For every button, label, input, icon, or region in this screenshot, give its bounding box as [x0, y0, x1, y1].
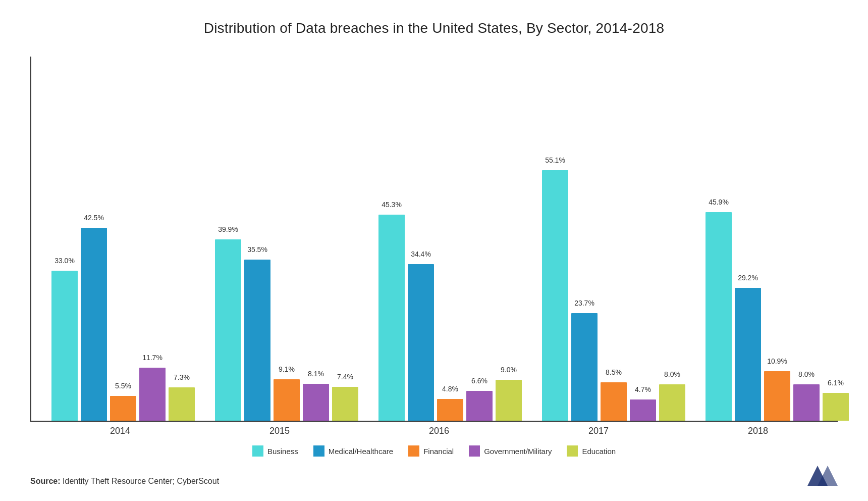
bar-financial-2015: 9.1%: [274, 379, 300, 421]
bar-label-government-2016: 6.6%: [471, 377, 487, 385]
legend-item-financial: Financial: [408, 445, 454, 457]
bar-rect-government-2017: [630, 399, 656, 421]
year-group-2014: 33.0%42.5%5.5%11.7%7.3%: [41, 228, 205, 421]
bar-label-financial-2017: 8.5%: [606, 368, 622, 376]
year-group-2016: 45.3%34.4%4.8%6.6%9.0%: [368, 215, 532, 421]
chart-title: Distribution of Data breaches in the Uni…: [30, 20, 838, 36]
bar-label-medical-2015: 35.5%: [247, 245, 267, 254]
x-label-2016: 2016: [359, 426, 519, 436]
bar-label-education-2015: 7.4%: [337, 373, 353, 381]
logo: [807, 466, 838, 486]
bar-rect-education-2017: [659, 384, 685, 421]
bar-label-government-2017: 4.7%: [635, 385, 651, 393]
bar-label-financial-2014: 5.5%: [115, 382, 131, 390]
bar-label-education-2018: 6.1%: [828, 379, 844, 387]
legend-item-medical: Medical/Healthcare: [313, 445, 393, 457]
bar-education-2017: 8.0%: [659, 384, 685, 421]
bar-label-business-2017: 55.1%: [545, 156, 565, 164]
legend-item-government: Government/Military: [469, 445, 552, 457]
legend-color-government: [469, 445, 480, 457]
legend-label-medical: Medical/Healthcare: [329, 447, 393, 456]
footer: Source: Identity Theft Resource Center; …: [30, 466, 838, 486]
bar-rect-government-2018: [793, 384, 820, 421]
bar-label-business-2015: 39.9%: [218, 225, 238, 233]
bar-business-2014: 33.0%: [51, 271, 78, 421]
year-group-2015: 39.9%35.5%9.1%8.1%7.4%: [205, 239, 368, 421]
bar-label-business-2018: 45.9%: [709, 198, 729, 206]
bar-label-education-2016: 9.0%: [501, 366, 517, 374]
bar-rect-education-2016: [496, 380, 522, 421]
bar-education-2016: 9.0%: [496, 380, 522, 421]
bar-government-2017: 4.7%: [630, 399, 656, 421]
legend-color-financial: [408, 445, 419, 457]
bar-medical-2018: 29.2%: [735, 288, 761, 421]
bar-label-medical-2018: 29.2%: [738, 274, 758, 282]
bar-rect-business-2018: [706, 212, 732, 421]
bar-financial-2016: 4.8%: [437, 399, 463, 421]
source-text: Source: Identity Theft Resource Center; …: [30, 477, 219, 486]
legend-label-financial: Financial: [423, 447, 454, 456]
bar-label-business-2014: 33.0%: [55, 257, 75, 265]
legend-item-education: Education: [567, 445, 616, 457]
bar-rect-financial-2014: [110, 396, 136, 421]
bar-rect-business-2014: [51, 271, 78, 421]
brand-logo: [807, 466, 838, 486]
bar-label-medical-2014: 42.5%: [84, 214, 104, 222]
legend-color-medical: [313, 445, 324, 457]
bars-container: 33.0%42.5%5.5%11.7%7.3%39.9%35.5%9.1%8.1…: [30, 57, 838, 422]
bar-rect-education-2014: [169, 387, 195, 421]
bar-rect-government-2015: [303, 384, 329, 421]
bar-rect-government-2016: [466, 391, 493, 421]
legend-label-education: Education: [582, 447, 616, 456]
bar-rect-education-2018: [823, 393, 849, 421]
bar-rect-education-2015: [332, 387, 358, 421]
bar-rect-business-2015: [215, 239, 241, 421]
bar-government-2018: 8.0%: [793, 384, 820, 421]
x-label-2015: 2015: [200, 426, 359, 436]
bar-education-2014: 7.3%: [169, 387, 195, 421]
bar-rect-medical-2015: [244, 260, 270, 421]
legend: BusinessMedical/HealthcareFinancialGover…: [30, 445, 838, 457]
year-group-2018: 45.9%29.2%10.9%8.0%6.1%: [695, 212, 859, 421]
bar-label-medical-2017: 23.7%: [574, 299, 594, 307]
legend-label-business: Business: [267, 447, 298, 456]
bar-government-2016: 6.6%: [466, 391, 493, 421]
bar-education-2015: 7.4%: [332, 387, 358, 421]
bar-medical-2016: 34.4%: [408, 264, 434, 421]
bar-label-financial-2018: 10.9%: [767, 357, 787, 365]
bar-rect-financial-2015: [274, 379, 300, 421]
legend-label-government: Government/Military: [484, 447, 552, 456]
year-group-2017: 55.1%23.7%8.5%4.7%8.0%: [532, 170, 695, 421]
bar-financial-2018: 10.9%: [764, 371, 790, 421]
bar-label-government-2018: 8.0%: [798, 370, 815, 378]
bar-label-financial-2016: 4.8%: [442, 385, 458, 393]
bar-business-2017: 55.1%: [542, 170, 568, 421]
bar-rect-financial-2017: [601, 382, 627, 421]
bar-label-government-2015: 8.1%: [308, 370, 324, 378]
bar-rect-business-2017: [542, 170, 568, 421]
bar-rect-financial-2018: [764, 371, 790, 421]
bar-rect-medical-2014: [81, 228, 107, 421]
bar-rect-medical-2018: [735, 288, 761, 421]
bar-financial-2014: 5.5%: [110, 396, 136, 421]
bar-education-2018: 6.1%: [823, 393, 849, 421]
bar-financial-2017: 8.5%: [601, 382, 627, 421]
x-label-2017: 2017: [519, 426, 678, 436]
bar-label-government-2014: 11.7%: [142, 354, 162, 362]
x-label-2018: 2018: [678, 426, 838, 436]
source-value: Identity Theft Resource Center; CyberSco…: [63, 477, 219, 485]
bar-government-2014: 11.7%: [139, 368, 166, 421]
chart-area: 33.0%42.5%5.5%11.7%7.3%39.9%35.5%9.1%8.1…: [30, 57, 838, 436]
legend-item-business: Business: [252, 445, 298, 457]
x-axis-labels: 20142015201620172018: [30, 426, 838, 436]
bar-medical-2017: 23.7%: [571, 313, 598, 421]
legend-color-business: [252, 445, 263, 457]
bar-label-business-2016: 45.3%: [382, 201, 402, 209]
bar-rect-government-2014: [139, 368, 166, 421]
bar-business-2016: 45.3%: [378, 215, 405, 421]
bar-business-2015: 39.9%: [215, 239, 241, 421]
x-label-2014: 2014: [40, 426, 200, 436]
bar-government-2015: 8.1%: [303, 384, 329, 421]
legend-color-education: [567, 445, 578, 457]
bar-label-medical-2016: 34.4%: [411, 250, 431, 258]
